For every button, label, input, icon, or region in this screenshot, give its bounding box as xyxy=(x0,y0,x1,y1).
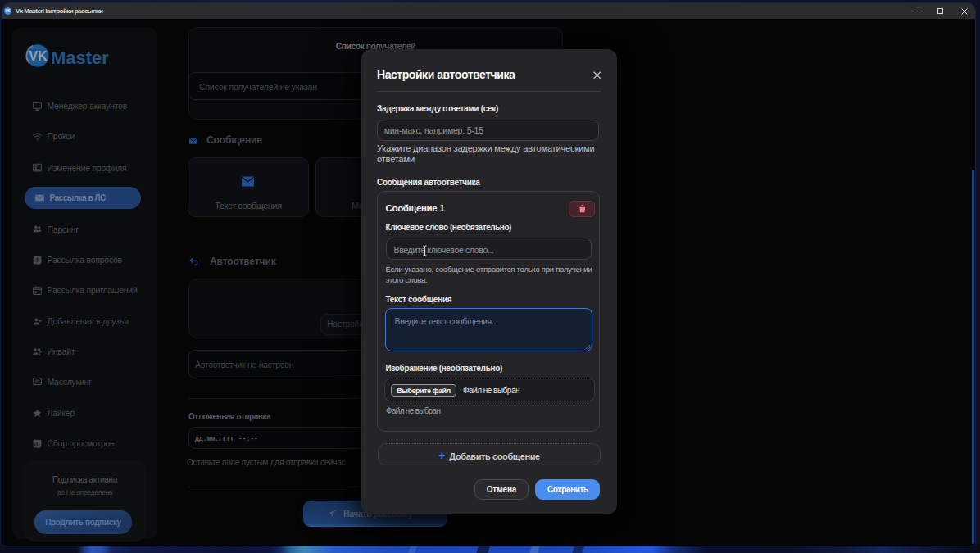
svg-text:?: ? xyxy=(36,256,39,262)
svg-text:VK: VK xyxy=(29,48,48,63)
